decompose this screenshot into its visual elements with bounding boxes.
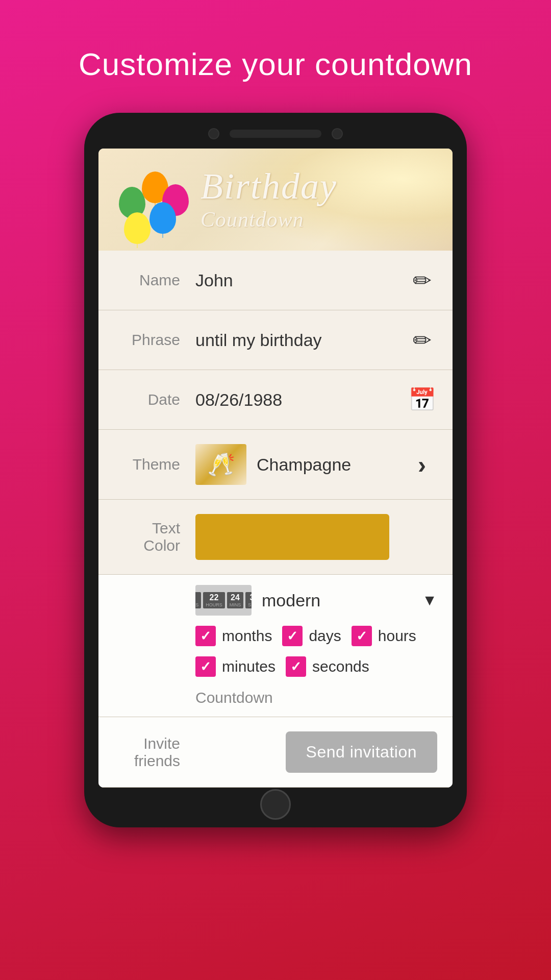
checkbox-row-2: minutes seconds [195,656,437,677]
text-color-label: Text Color [114,520,195,554]
invite-friends-row: Invite friends Send invitation [98,717,453,788]
preview-hours-num: 22 [210,593,219,602]
phrase-value: until my birthday [195,330,407,350]
days-label: days [309,627,341,645]
phone-bottom-bar [98,797,453,812]
theme-label: Theme [114,456,195,473]
name-edit-button[interactable]: ✏ [407,265,437,296]
preview-inner: 3 DAYS 22 HOURS 24 MINS [195,590,252,610]
minutes-checkbox-item[interactable]: minutes [195,656,276,677]
edit-icon-phrase: ✏ [413,327,432,353]
theme-value: Champagne [257,455,351,475]
months-checkbox-item[interactable]: months [195,626,272,646]
color-swatch[interactable] [195,514,389,560]
name-label: Name [114,272,195,289]
name-row: Name John ✏ [98,251,453,310]
phone-camera-right [332,128,343,139]
preview-hours: 22 HOURS [203,592,225,608]
phrase-edit-button[interactable]: ✏ [407,325,437,355]
phrase-row: Phrase until my birthday ✏ [98,310,453,370]
send-invitation-button[interactable]: Send invitation [286,731,437,773]
countdown-dropdown-arrow[interactable]: ▼ [422,592,437,609]
banner-countdown-text: Countdown [201,207,337,232]
preview-days: 3 DAYS [195,592,201,608]
birthday-banner: Birthday Countdown [98,149,453,251]
page-title: Customize your countdown [79,0,472,113]
calendar-icon: 📅 [408,386,436,413]
theme-row[interactable]: Theme 🥂 Champagne › [98,430,453,500]
preview-secs-num: 32 [250,593,252,602]
balloons [114,156,195,243]
home-button[interactable] [260,789,291,820]
invite-friends-label: Invite friends [114,735,195,770]
balloon-yellow [124,212,151,244]
edit-icon: ✏ [413,267,432,293]
seconds-checkbox[interactable] [286,656,306,677]
seconds-label: seconds [312,658,369,675]
preview-mins-lbl: MINS [230,602,241,607]
balloon-blue [149,202,176,234]
invite-content: Send invitation [195,731,437,773]
countdown-preview: 3 DAYS 22 HOURS 24 MINS [195,585,252,616]
date-row: Date 08/26/1988 📅 [98,370,453,430]
hours-checkbox[interactable] [352,626,372,646]
champagne-glass-icon: 🥂 [207,451,235,478]
chevron-right-icon: › [418,451,426,479]
hours-checkbox-item[interactable]: hours [352,626,416,646]
text-color-content [195,514,437,560]
preview-mins: 24 MINS [227,592,244,608]
date-picker-button[interactable]: 📅 [407,384,437,415]
preview-mins-num: 24 [231,593,240,602]
checkbox-row-1: months days hours [195,626,437,646]
date-label: Date [114,391,195,408]
phone-speaker [230,130,321,138]
countdown-style-row[interactable]: 3 DAYS 22 HOURS 24 MINS [195,585,437,616]
minutes-checkbox[interactable] [195,656,216,677]
minutes-label: minutes [222,658,276,675]
days-checkbox[interactable] [282,626,303,646]
preview-secs: 32 SECS [245,592,252,608]
countdown-label [114,585,195,706]
phone-top-bar [98,128,453,139]
days-checkbox-item[interactable]: days [282,626,341,646]
countdown-right: 3 DAYS 22 HOURS 24 MINS [195,585,437,706]
date-value: 08/26/1988 [195,390,407,410]
phrase-label: Phrase [114,331,195,349]
text-color-row[interactable]: Text Color [98,500,453,575]
theme-content: 🥂 Champagne [195,444,407,485]
name-value: John [195,271,407,290]
hours-label: hours [378,627,416,645]
banner-birthday-text: Birthday [201,168,337,205]
phone-frame: Birthday Countdown Name John ✏ Phrase un… [84,113,467,827]
months-checkbox[interactable] [195,626,216,646]
theme-thumbnail: 🥂 [195,444,246,485]
preview-days-lbl: DAYS [195,602,198,607]
countdown-section-label: Countdown [195,689,437,706]
preview-hours-lbl: HOURS [206,602,222,607]
countdown-style-label: modern [262,591,412,610]
phone-camera [208,128,219,139]
months-label: months [222,627,272,645]
banner-text: Birthday Countdown [201,168,337,232]
seconds-checkbox-item[interactable]: seconds [286,656,369,677]
preview-secs-lbl: SECS [248,602,252,607]
countdown-row: 3 DAYS 22 HOURS 24 MINS [98,575,453,717]
theme-chevron[interactable]: › [407,449,437,480]
phone-screen: Birthday Countdown Name John ✏ Phrase un… [98,149,453,788]
